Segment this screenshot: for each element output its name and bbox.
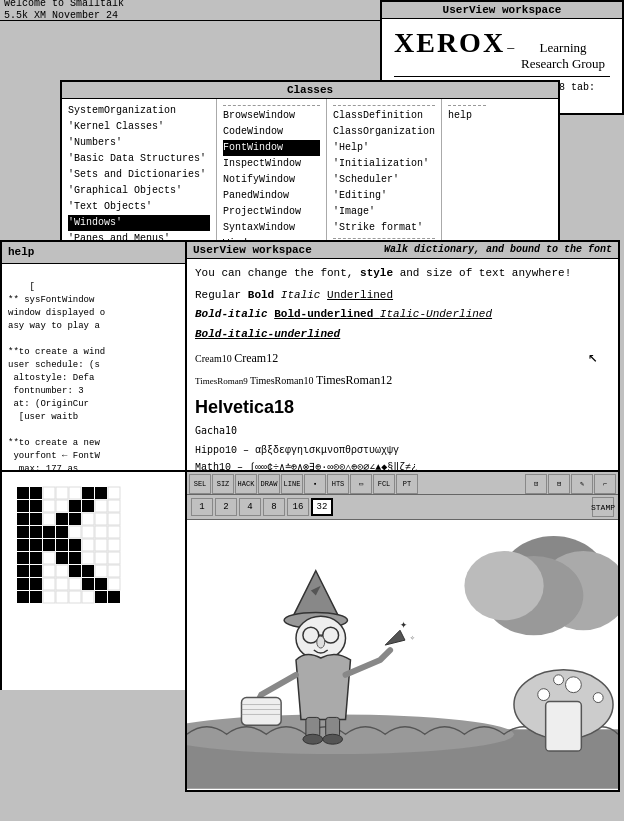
intro-line: You can change the font, style and size … [195, 265, 610, 283]
userview-ws-subtitle: Walk dictionary, and bound to the font [384, 244, 612, 256]
font-styles-row: Regular Bold Italic Underlined [195, 287, 610, 305]
bold-italic-underlined-label: Bold-italic-underlined [195, 328, 340, 340]
tool-hts[interactable]: HTS [327, 474, 349, 494]
svg-rect-19 [241, 698, 281, 726]
help-title[interactable]: help [2, 242, 213, 264]
list-item[interactable]: ClassDefinition [333, 108, 435, 124]
cream10-sample: Cream10 [195, 353, 234, 364]
tool-pt[interactable]: PT [396, 474, 418, 494]
welcome-line2: 5.5k XM November 24 [4, 10, 118, 21]
classes-title[interactable]: Classes [62, 82, 558, 99]
cream-fonts-row: Cream10 Cream12 [195, 349, 610, 369]
list-item[interactable]: SyntaxWindow [223, 220, 320, 236]
tool-extra1[interactable]: ⊡ [525, 474, 547, 494]
pixel-art-canvas [2, 472, 185, 690]
list-item[interactable]: 'Text Objects' [68, 199, 210, 215]
list-item[interactable]: 'Sets and Dictionaries' [68, 167, 210, 183]
hippo-fonts-row: Hippo10 – αβξδεφγηισκμνοπθρστυωχψγ [195, 443, 610, 459]
list-item[interactable]: ClassOrganization [333, 124, 435, 140]
zoom-8[interactable]: 8 [263, 498, 285, 516]
italic-underlined-label: Italic-Underlined [380, 308, 492, 320]
tr10-sample: TimesRoman10 [250, 375, 316, 386]
gacha10-sample: Gacha10 [195, 425, 237, 436]
style-bold: style [360, 267, 393, 279]
font-styles-row3: Bold-italic-underlined [195, 326, 610, 344]
zoom-2[interactable]: 2 [215, 498, 237, 516]
zoom-4[interactable]: 4 [239, 498, 261, 516]
drawing-canvas[interactable]: ✦ ✧ ✂ ↗ ◉ [187, 520, 618, 790]
bold-label: Bold [248, 289, 281, 301]
svg-point-18 [317, 636, 325, 648]
list-item-selected[interactable]: FontWindow [223, 140, 320, 156]
tool-draw[interactable]: DRAW [258, 474, 280, 494]
list-item[interactable]: 'Scheduler' [333, 172, 435, 188]
xerox-title-bar[interactable]: UserView workspace [382, 2, 622, 19]
userview-ws-title[interactable]: UserView workspace Walk dictionary, and … [187, 242, 618, 259]
zoom-32-selected[interactable]: 32 [311, 498, 333, 516]
tr9-sample: TimesRoman9 [195, 376, 250, 386]
list-item[interactable]: InspectWindow [223, 156, 320, 172]
xerox-dash: – [507, 40, 514, 56]
list-item[interactable]: PanedWindow [223, 188, 320, 204]
tool-extra2[interactable]: ⊟ [548, 474, 570, 494]
tool-blk[interactable]: ▪ [304, 474, 326, 494]
regular-label: Regular [195, 289, 248, 301]
tool-rec[interactable]: ▭ [350, 474, 372, 494]
zoom-16[interactable]: 16 [287, 498, 309, 516]
list-item[interactable]: 'Image' [333, 204, 435, 220]
tool-siz[interactable]: SIZ [212, 474, 234, 494]
svg-point-28 [323, 734, 343, 744]
svg-text:✧: ✧ [410, 633, 415, 642]
list-item[interactable]: 'Strike format' [333, 220, 435, 236]
list-item[interactable]: SystemOrganization [68, 103, 210, 119]
tool-line[interactable]: LINE [281, 474, 303, 494]
list-item[interactable]: 'Help' [333, 140, 435, 156]
svg-point-10 [565, 677, 581, 693]
xerox-subtitle: Learning Research Group [516, 40, 610, 72]
tr12-sample: TimesRoman12 [316, 373, 392, 387]
help-body: [ ** sysFontWindow window displayed o as… [2, 264, 213, 494]
svg-text:✦: ✦ [400, 618, 407, 632]
help-content: [ ** sysFontWindow window displayed o as… [8, 282, 105, 494]
helvetica-fonts-row: Helvetica18 [195, 393, 610, 422]
zoom-row: 1 2 4 8 16 32 STAMP [187, 495, 618, 520]
list-item[interactable]: CodeWindow [223, 124, 320, 140]
pixel-art-window [0, 470, 185, 690]
svg-rect-8 [546, 702, 582, 752]
list-item-selected[interactable]: 'Windows' [68, 215, 210, 231]
tool-hack[interactable]: HACK [235, 474, 257, 494]
svg-point-27 [303, 734, 323, 744]
illustration-svg: ✦ ✧ ✂ ↗ ◉ [187, 520, 618, 790]
list-item[interactable]: ProjectWindow [223, 204, 320, 220]
bold-underlined-label: Bold-underlined [274, 308, 380, 320]
drawing-window: SEL SIZ HACK DRAW LINE ▪ HTS ▭ FCL PT ⊡ … [185, 470, 620, 792]
list-item[interactable]: NotifyWindow [223, 172, 320, 188]
svg-point-9 [538, 689, 550, 701]
list-item[interactable]: BrowseWindow [223, 108, 320, 124]
list-item[interactable]: 'Editing' [333, 188, 435, 204]
list-item[interactable]: 'Basic Data Structures' [68, 151, 210, 167]
helvetica18-sample: Helvetica18 [195, 397, 294, 417]
cream12-sample: Cream12 [234, 351, 278, 365]
list-item[interactable]: 'Graphical Objects' [68, 183, 210, 199]
gacha-fonts-row: Gacha10 [195, 423, 610, 441]
zoom-1[interactable]: 1 [191, 498, 213, 516]
font-styles-row2: Bold-italic Bold-underlined Italic-Under… [195, 306, 610, 324]
list-item[interactable]: 'Initialization' [333, 156, 435, 172]
stamp-icon[interactable]: STAMP [592, 497, 614, 517]
xerox-logo: XEROX [394, 27, 505, 59]
list-item[interactable]: 'Kernel Classes' [68, 119, 210, 135]
list-item[interactable]: help [448, 108, 486, 124]
tool-sel[interactable]: SEL [189, 474, 211, 494]
list-item[interactable]: 'Numbers' [68, 135, 210, 151]
svg-point-12 [554, 675, 564, 685]
tool-extra3[interactable]: ✎ [571, 474, 593, 494]
bold-italic-label: Bold-italic [195, 308, 274, 320]
svg-point-11 [593, 693, 603, 703]
welcome-line1: Welcome to Smalltalk [4, 0, 124, 9]
drawing-toolbar-row1: SEL SIZ HACK DRAW LINE ▪ HTS ▭ FCL PT ⊡ … [187, 472, 618, 495]
cursor-arrow: ↖ [588, 347, 598, 367]
italic-label: Italic [281, 289, 327, 301]
tool-fcl[interactable]: FCL [373, 474, 395, 494]
tool-extra4[interactable]: ⌐ [594, 474, 616, 494]
